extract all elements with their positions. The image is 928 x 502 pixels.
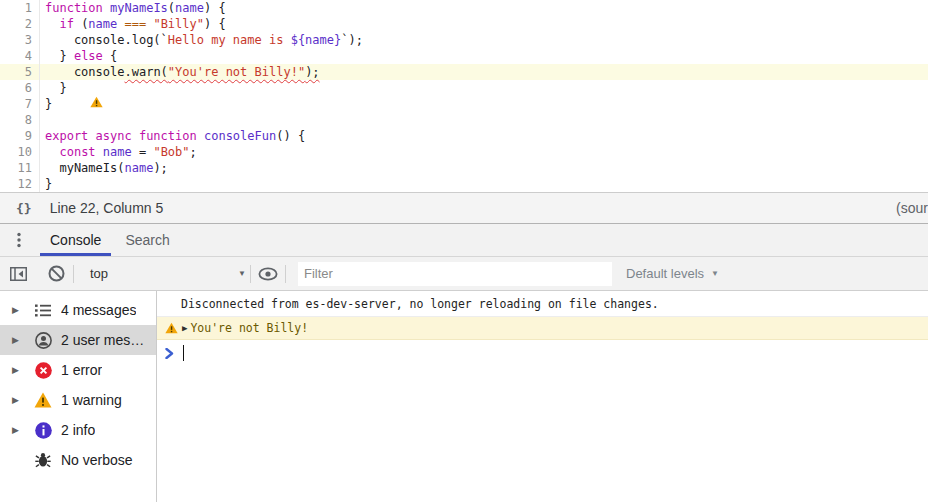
code-line: 11 myNameIs(name); bbox=[0, 160, 928, 176]
sidebar-item-errors[interactable]: ▶ 1 error bbox=[0, 355, 156, 385]
line-number[interactable]: 12 bbox=[0, 176, 40, 192]
sidebar-item-label: No verbose bbox=[61, 452, 133, 468]
line-number[interactable]: 2 bbox=[0, 16, 40, 32]
expand-arrow-icon[interactable]: ▶ bbox=[12, 335, 26, 345]
filter-input[interactable] bbox=[298, 262, 612, 286]
console-prompt-icon bbox=[165, 348, 174, 359]
pretty-print-icon[interactable]: {} bbox=[16, 201, 32, 216]
code-line: 9export async function consoleFun() { bbox=[0, 128, 928, 144]
source-map-note: (sour bbox=[896, 200, 928, 216]
line-number[interactable]: 3 bbox=[0, 32, 40, 48]
eye-icon bbox=[258, 267, 278, 281]
sidebar-item-label: 1 error bbox=[61, 362, 102, 378]
tab-console[interactable]: Console bbox=[38, 224, 113, 256]
clear-console-button[interactable] bbox=[43, 261, 69, 287]
expand-arrow-icon[interactable]: ▶ bbox=[12, 365, 26, 375]
line-number[interactable]: 10 bbox=[0, 144, 40, 160]
log-message-text: Disconnected from es-dev-server, no long… bbox=[181, 297, 659, 311]
devtools-window: 1function myNameIs(name) {2 if (name ===… bbox=[0, 0, 928, 502]
cursor-position-label: Line 22, Column 5 bbox=[50, 200, 164, 216]
code-text bbox=[40, 112, 45, 128]
sidebar-item-label: 2 user mes… bbox=[61, 332, 144, 348]
code-line: 7} bbox=[0, 96, 928, 112]
console-messages: Disconnected from es-dev-server, no long… bbox=[157, 291, 928, 502]
code-line: 1function myNameIs(name) { bbox=[0, 0, 928, 16]
sidebar-item-label: 2 info bbox=[61, 422, 95, 438]
list-icon bbox=[34, 301, 52, 319]
code-line: 2 if (name === "Billy") { bbox=[0, 16, 928, 32]
sidebar-item-verbose[interactable]: No verbose bbox=[0, 445, 156, 475]
expand-arrow-icon[interactable]: ▶ bbox=[182, 323, 187, 333]
toolbar-separator bbox=[73, 265, 74, 283]
chevron-down-icon: ▼ bbox=[711, 269, 719, 278]
code-text: const name = "Bob"; bbox=[40, 144, 197, 160]
code-text: function myNameIs(name) { bbox=[40, 0, 226, 16]
line-number[interactable]: 5 bbox=[0, 64, 40, 80]
tab-console-label: Console bbox=[50, 232, 101, 248]
line-number[interactable]: 6 bbox=[0, 80, 40, 96]
sidebar-item-label: 1 warning bbox=[61, 392, 122, 408]
line-number[interactable]: 8 bbox=[0, 112, 40, 128]
sidebar-item-warnings[interactable]: ▶ 1 warning bbox=[0, 385, 156, 415]
clear-icon bbox=[48, 265, 65, 282]
code-text: console.log(`Hello my name is ${name}`); bbox=[40, 32, 363, 48]
kebab-icon bbox=[17, 232, 21, 248]
code-line: 4 } else { bbox=[0, 48, 928, 64]
source-editor[interactable]: 1function myNameIs(name) {2 if (name ===… bbox=[0, 0, 928, 192]
sidebar-toggle-icon bbox=[10, 267, 27, 281]
warning-icon bbox=[34, 391, 52, 409]
log-levels-dropdown[interactable]: Default levels ▼ bbox=[626, 266, 719, 281]
line-number[interactable]: 11 bbox=[0, 160, 40, 176]
code-text: export async function consoleFun() { bbox=[40, 128, 305, 144]
sidebar-item-user-messages[interactable]: ▶ 2 user mes… bbox=[0, 325, 156, 355]
line-number[interactable]: 1 bbox=[0, 0, 40, 16]
console-input-row[interactable] bbox=[157, 340, 928, 366]
user-icon bbox=[34, 331, 52, 349]
bug-icon bbox=[34, 451, 52, 469]
expand-arrow-icon[interactable]: ▶ bbox=[12, 425, 26, 435]
text-cursor bbox=[183, 345, 184, 361]
code-text: } bbox=[40, 80, 67, 96]
info-icon bbox=[34, 421, 52, 439]
console-toolbar: top ▼ Default levels ▼ bbox=[0, 257, 928, 291]
code-text: } bbox=[40, 176, 52, 192]
warning-icon bbox=[165, 322, 178, 334]
code-text: if (name === "Billy") { bbox=[40, 16, 226, 32]
console-log-message[interactable]: Disconnected from es-dev-server, no long… bbox=[157, 291, 928, 317]
sidebar-item-messages[interactable]: ▶ 4 messages bbox=[0, 295, 156, 325]
code-text: myNameIs(name); bbox=[40, 160, 168, 176]
execution-context-selector[interactable]: top ▼ bbox=[84, 266, 246, 281]
line-number[interactable]: 4 bbox=[0, 48, 40, 64]
console-panel: ▶ 4 messages ▶ bbox=[0, 291, 928, 502]
create-live-expression-button[interactable] bbox=[255, 261, 281, 287]
line-number[interactable]: 7 bbox=[0, 96, 40, 112]
code-text: } else { bbox=[40, 48, 117, 64]
expand-arrow-icon[interactable]: ▶ bbox=[12, 305, 26, 315]
code-line: 6 } bbox=[0, 80, 928, 96]
toolbar-separator bbox=[285, 265, 286, 283]
code-text: console.warn("You're not Billy!"); bbox=[40, 64, 320, 80]
line-number[interactable]: 9 bbox=[0, 128, 40, 144]
sidebar-item-label: 4 messages bbox=[61, 302, 136, 318]
tab-search[interactable]: Search bbox=[113, 224, 181, 256]
chevron-down-icon: ▼ bbox=[238, 269, 246, 278]
drawer-tab-bar: Console Search bbox=[0, 224, 928, 257]
sidebar-item-info[interactable]: ▶ 2 info bbox=[0, 415, 156, 445]
code-line: 5 console.warn("You're not Billy!"); bbox=[0, 64, 928, 80]
code-line: 12} bbox=[0, 176, 928, 192]
expand-arrow-icon[interactable]: ▶ bbox=[12, 395, 26, 405]
code-line: 3 console.log(`Hello my name is ${name}`… bbox=[0, 32, 928, 48]
error-icon bbox=[34, 361, 52, 379]
drawer-menu-button[interactable] bbox=[0, 224, 38, 256]
console-warning-message[interactable]: ▶ You're not Billy! bbox=[157, 317, 928, 340]
code-text: } bbox=[40, 96, 52, 112]
warning-message-text: You're not Billy! bbox=[190, 321, 308, 335]
toolbar-separator bbox=[250, 265, 251, 283]
console-sidebar: ▶ 4 messages ▶ bbox=[0, 291, 157, 502]
log-levels-label: Default levels bbox=[626, 266, 704, 281]
code-line: 10 const name = "Bob"; bbox=[0, 144, 928, 160]
hide-console-sidebar-button[interactable] bbox=[5, 261, 31, 287]
editor-status-bar: {} Line 22, Column 5 (sour bbox=[0, 192, 928, 224]
code-line: 8 bbox=[0, 112, 928, 128]
warning-icon bbox=[61, 80, 103, 128]
